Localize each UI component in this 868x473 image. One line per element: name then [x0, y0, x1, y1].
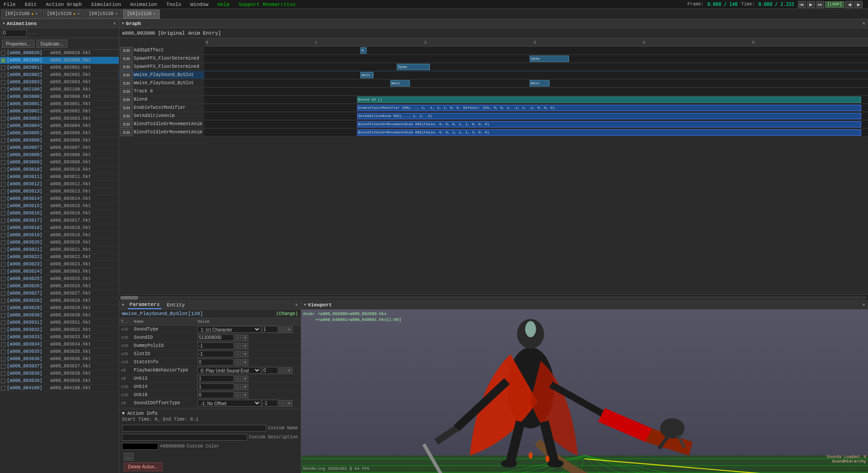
anim-list-item[interactable]: [a000_003010] a000_003010.hkt	[0, 166, 119, 173]
anim-checkbox[interactable]	[1, 109, 5, 114]
anim-checkbox[interactable]	[1, 102, 5, 107]
tab-close-btn[interactable]: ×	[77, 12, 80, 16]
anim-checkbox[interactable]	[1, 219, 5, 223]
anim-list-item[interactable]: [a000_003013] a000_003013.hkt	[0, 188, 119, 195]
timeline-block[interactable]: SetAdditiveAnim 601(..., 1, 2, -5)	[357, 113, 862, 119]
play-btn[interactable]: ▶	[807, 1, 815, 8]
anim-checkbox[interactable]	[1, 197, 5, 201]
anim-checkbox[interactable]	[1, 277, 5, 281]
param-plus-btn[interactable]: +	[242, 343, 248, 349]
tab-er-c2100[interactable]: [ER]c2100 ● ×	[1, 10, 42, 19]
param-plus-btn[interactable]: +	[242, 376, 248, 382]
timeline-track-row[interactable]: EditWwise_PlaySound_BySlotWwis 6	[119, 71, 868, 79]
param-plus-btn[interactable]: +	[242, 384, 248, 390]
anim-list-item[interactable]: [a000_003026] a000_003026.hkt	[0, 283, 119, 290]
track-edit-btn[interactable]: Edit	[120, 104, 133, 112]
anim-list-item[interactable]: [a000_003036] a000_003036.hkt	[0, 356, 119, 363]
anim-list-item[interactable]: [a000_003011] a000_003011.hkt	[0, 173, 119, 181]
param-minus-btn[interactable]: -	[279, 367, 285, 374]
anim-list-item[interactable]: [a000_003029] a000_003029.hkt	[0, 305, 119, 312]
anim-checkbox[interactable]	[1, 73, 5, 77]
param-input[interactable]	[197, 351, 234, 357]
anim-list-item[interactable]: [a000_003012] a000_003012.hkt	[0, 181, 119, 188]
anim-list-item[interactable]: [a000_003025] a000_003025.hkt	[0, 275, 119, 283]
anim-checkbox[interactable]	[1, 153, 5, 158]
anim-list-item[interactable]: [a000_003014] a000_003014.hkt	[0, 195, 119, 203]
anim-list-item[interactable]: [a000_003023] a000_003023.hkt	[0, 261, 119, 268]
menu-support[interactable]: Support Meomarritus	[237, 1, 298, 8]
tab-close-btn[interactable]: ×	[35, 12, 38, 16]
anim-checkbox[interactable]	[1, 211, 5, 216]
anim-list-item[interactable]: [a000_003024] a000_003003.hkt	[0, 268, 119, 275]
anim-list-item[interactable]: [a000_003018] a000_003018.hkt	[0, 224, 119, 232]
anim-list-item[interactable]: [a000_003016] a000_003016.hkt	[0, 210, 119, 217]
anim-list-item[interactable]: [a000_003007] a000_003007.hkt	[0, 144, 119, 152]
anim-checkbox[interactable]	[1, 386, 5, 391]
param-plus-btn[interactable]: +	[242, 351, 248, 357]
timeline-track-row[interactable]: EditSetAdditiveAnimSetAdditiveAnim 601(.…	[119, 112, 868, 120]
animations-filter-input[interactable]	[2, 30, 27, 37]
delete-action-btn[interactable]: Delete Action...	[124, 463, 162, 471]
param-minus-btn[interactable]: -	[279, 326, 285, 333]
tab-close-btn[interactable]: ×	[153, 12, 156, 16]
timeline-track-row[interactable]: EditBlendBlend 16 ()	[119, 96, 868, 104]
timeline-block[interactable]: Wwis	[530, 80, 550, 86]
menu-action-graph[interactable]: Action Graph	[44, 1, 84, 8]
track-edit-btn[interactable]: Edit	[120, 129, 133, 136]
param-minus-btn[interactable]: -	[235, 376, 241, 382]
color-swatch[interactable]	[122, 443, 158, 450]
anim-list-item[interactable]: [a000_002001] a000_002001.hkt	[0, 64, 119, 71]
anim-checkbox[interactable]	[1, 87, 5, 92]
anim-list-item[interactable]: [a000_003008] a000_003008.hkt	[0, 152, 119, 159]
anim-checkbox[interactable]	[1, 262, 5, 267]
anim-list-item[interactable]: [a000_003032] a000_003032.hkt	[0, 326, 119, 334]
param-minus-btn[interactable]: -	[279, 400, 285, 407]
param-input[interactable]	[197, 392, 234, 398]
timeline-track-row[interactable]: EditEnableTwistModifierEnableTwistModifi…	[119, 104, 868, 112]
timeline-scrollbar[interactable]	[119, 295, 868, 300]
track-edit-btn[interactable]: Edit	[120, 96, 133, 103]
decrease-btn[interactable]: ◀	[845, 1, 853, 8]
timeline-block[interactable]: Wwis	[390, 80, 410, 86]
anim-list-item[interactable]: [a000_003037] a000_003037.hkt	[0, 363, 119, 370]
anim-checkbox[interactable]	[1, 175, 5, 179]
anim-list-item[interactable]: [a000_003019] a000_003019.hkt	[0, 232, 119, 239]
track-edit-btn[interactable]: Edit	[120, 121, 133, 128]
param-input[interactable]	[197, 342, 234, 349]
anim-list-item[interactable]: [a000_003005] a000_003006.hkt	[0, 130, 119, 137]
track-edit-btn[interactable]: Edit	[120, 55, 133, 62]
param-minus-btn[interactable]: -	[235, 384, 241, 390]
track-edit-btn[interactable]: Edit	[120, 63, 133, 71]
track-edit-btn[interactable]: Edit	[120, 112, 133, 120]
track-edit-btn[interactable]: Edit	[120, 47, 133, 54]
menu-animation[interactable]: Animation	[128, 1, 159, 8]
custom-name-input[interactable]	[122, 425, 266, 432]
param-input[interactable]	[262, 400, 278, 407]
timeline-track-row[interactable]: EditTrack 6	[119, 87, 868, 96]
anim-checkbox[interactable]	[1, 160, 5, 165]
param-minus-btn[interactable]: -	[235, 335, 241, 341]
increase-btn[interactable]: ▶	[854, 1, 863, 8]
params-panel-close-btn[interactable]: ×	[295, 302, 298, 308]
anim-checkbox[interactable]	[1, 379, 5, 383]
param-input[interactable]	[197, 359, 234, 366]
anim-list-item[interactable]: [a000_003022] a000_003022.hkt	[0, 254, 119, 261]
anim-checkbox[interactable]	[1, 138, 5, 143]
param-dropdown[interactable]: 1: (c) Character	[197, 326, 261, 333]
anim-checkbox[interactable]	[1, 124, 5, 128]
anim-list-item[interactable]: [a000_003033] a000_003033.hkt	[0, 334, 119, 341]
anim-list-item[interactable]: [a000_003038] a000_003038.hkt	[0, 370, 119, 377]
anim-checkbox[interactable]	[1, 58, 5, 63]
timeline-track-row[interactable]: EditWwise_PlaySound_BySlotWwisWwis	[119, 79, 868, 87]
anim-checkbox[interactable]	[1, 306, 5, 310]
track-edit-btn[interactable]: Edit	[120, 88, 133, 95]
tab-er-c5220[interactable]: [ER]c5220 ● ×	[43, 10, 84, 19]
anim-list-item[interactable]: [a000_002100] a000_002100.hkt	[0, 86, 119, 93]
anim-list-item[interactable]: [a000_003000] a000_003000.hkt	[0, 93, 119, 101]
prev-frame-btn[interactable]: ⏮	[798, 1, 806, 8]
anim-checkbox[interactable]	[1, 189, 5, 194]
param-plus-btn[interactable]: +	[242, 392, 248, 398]
anim-checkbox[interactable]	[1, 233, 5, 238]
anim-checkbox[interactable]	[1, 204, 5, 209]
timeline-block[interactable]: Wwis 6	[360, 72, 373, 78]
